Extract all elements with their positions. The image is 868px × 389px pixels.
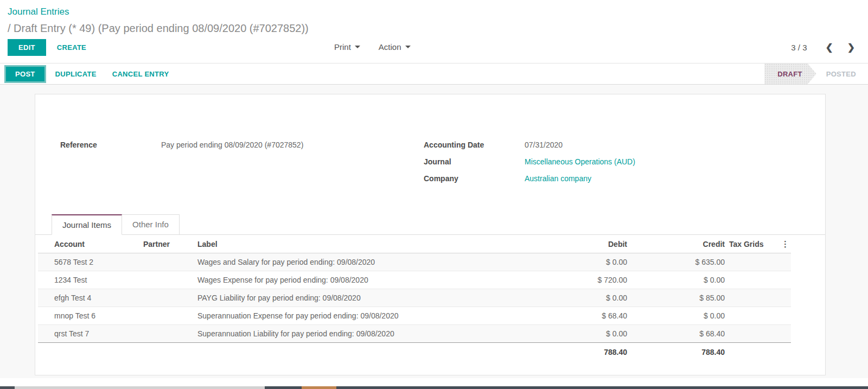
total-credit: 788.40 — [629, 343, 727, 362]
total-debit: 788.40 — [553, 343, 629, 362]
table-row[interactable]: efgh Test 4 PAYG Liability for pay perio… — [38, 289, 791, 307]
dots-vertical-icon: ⋮ — [781, 239, 789, 248]
status-step-draft[interactable]: DRAFT — [764, 63, 816, 84]
accounting-date-value: 07/31/2020 — [525, 140, 563, 150]
tab-other-info[interactable]: Other Info — [122, 214, 180, 235]
pager-next-button[interactable]: ❯ — [843, 41, 859, 54]
table-row[interactable]: mnop Test 6 Superannuation Expense for p… — [38, 307, 791, 325]
cancel-entry-button[interactable]: CANCEL ENTRY — [112, 66, 169, 82]
field-journal: Journal Miscellaneous Operations (AUD) — [424, 157, 803, 167]
company-value-link[interactable]: Australian company — [525, 174, 591, 183]
column-header-debit[interactable]: Debit — [553, 235, 629, 253]
breadcrumb-current: / Draft Entry (* 49) (Pay period ending … — [8, 22, 859, 35]
bottom-edge-segment — [336, 386, 868, 389]
field-reference: Reference Pay period ending 08/09/2020 (… — [60, 140, 424, 150]
notebook-tab-bar: Journal Items Other Info — [35, 214, 825, 235]
caret-down-icon — [355, 46, 360, 48]
bottom-edge-strip — [0, 386, 868, 389]
field-groups: Reference Pay period ending 08/09/2020 (… — [35, 94, 825, 190]
accounting-date-label: Accounting Date — [424, 140, 525, 150]
bottom-edge-segment — [0, 386, 15, 389]
chevron-right-icon: ❯ — [847, 42, 855, 53]
pager: 3 / 3 ❮ ❯ — [791, 41, 859, 54]
totals-row: 788.40 788.40 — [38, 343, 791, 362]
create-button[interactable]: CREATE — [57, 40, 86, 55]
reference-value: Pay period ending 08/09/2020 (#7027852) — [161, 140, 303, 150]
column-header-account[interactable]: Account — [38, 235, 141, 253]
chevron-left-icon: ❮ — [826, 42, 833, 53]
control-panel: Journal Entries / Draft Entry (* 49) (Pa… — [0, 0, 868, 63]
journal-items-table: Account Partner Label Debit Credit Tax G… — [38, 235, 791, 361]
company-label: Company — [424, 174, 525, 183]
breadcrumb-parent-link[interactable]: Journal Entries — [8, 7, 859, 17]
column-header-credit[interactable]: Credit — [629, 235, 727, 253]
bottom-edge-segment — [15, 386, 265, 389]
pager-previous-button[interactable]: ❮ — [821, 41, 838, 54]
status-steps: DRAFT POSTED — [764, 63, 868, 84]
journal-label: Journal — [424, 157, 525, 167]
button-row: EDIT CREATE Print Action 3 / 3 ❮ ❯ — [8, 35, 859, 63]
form-sheet: Reference Pay period ending 08/09/2020 (… — [35, 94, 826, 375]
print-menu-label: Print — [334, 42, 351, 52]
pager-count: 3 / 3 — [791, 43, 807, 52]
bottom-edge-segment — [302, 386, 336, 389]
duplicate-button[interactable]: DUPLICATE — [55, 66, 97, 82]
action-menu-label: Action — [379, 42, 401, 52]
tab-journal-items[interactable]: Journal Items — [52, 214, 122, 235]
status-step-posted[interactable]: POSTED — [816, 63, 868, 84]
table-row[interactable]: 1234 Test Wages Expense for pay period e… — [38, 271, 791, 289]
field-accounting-date: Accounting Date 07/31/2020 — [424, 140, 803, 150]
field-group-right: Accounting Date 07/31/2020 Journal Misce… — [424, 140, 803, 190]
journal-items-body: 5678 Test 2 Wages and Salary for pay per… — [38, 253, 791, 343]
breadcrumb: Journal Entries / Draft Entry (* 49) (Pa… — [8, 7, 859, 35]
bottom-edge-segment — [265, 386, 302, 389]
action-menu-button[interactable]: Action — [378, 40, 412, 54]
journal-value-link[interactable]: Miscellaneous Operations (AUD) — [525, 157, 635, 167]
caret-down-icon — [405, 46, 411, 48]
column-header-partner[interactable]: Partner — [141, 235, 195, 253]
column-header-label[interactable]: Label — [195, 235, 553, 253]
content-area: Reference Pay period ending 08/09/2020 (… — [0, 85, 868, 378]
print-menu-button[interactable]: Print — [333, 40, 361, 54]
field-company: Company Australian company — [424, 174, 803, 183]
reference-label: Reference — [60, 140, 161, 150]
action-menus: Print Action — [333, 40, 412, 54]
table-header-row: Account Partner Label Debit Credit Tax G… — [38, 235, 791, 253]
edit-button[interactable]: EDIT — [8, 39, 46, 56]
column-header-tax-grids[interactable]: Tax Grids — [727, 235, 776, 253]
post-button[interactable]: POST — [4, 65, 46, 83]
table-row[interactable]: qrst Test 7 Superannuation Liability for… — [38, 325, 791, 343]
table-row[interactable]: 5678 Test 2 Wages and Salary for pay per… — [38, 253, 791, 271]
optional-columns-button[interactable]: ⋮ — [778, 239, 793, 249]
field-group-left: Reference Pay period ending 08/09/2020 (… — [60, 140, 424, 190]
statusbar: POST DUPLICATE CANCEL ENTRY DRAFT POSTED — [0, 63, 868, 85]
